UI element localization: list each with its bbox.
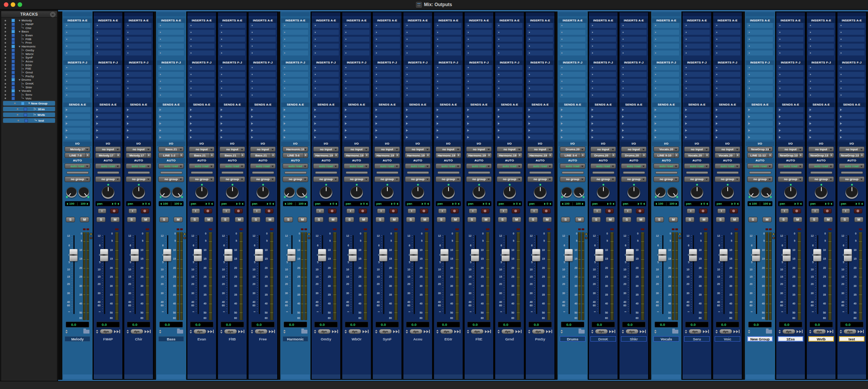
insert-slot[interactable] bbox=[497, 86, 522, 91]
output-path-icon[interactable]: + bbox=[364, 153, 369, 158]
input-selector[interactable]: no input bbox=[436, 146, 461, 152]
input-monitor-button[interactable]: I bbox=[222, 208, 231, 213]
clip-led[interactable] bbox=[672, 228, 675, 230]
input-selector[interactable]: no input bbox=[590, 146, 616, 152]
fader-cap[interactable] bbox=[595, 249, 603, 261]
insert-slot[interactable] bbox=[778, 72, 803, 77]
track-name[interactable]: EGtr bbox=[436, 336, 461, 342]
insert-slot[interactable] bbox=[219, 30, 245, 35]
group-id-bar[interactable] bbox=[128, 171, 150, 174]
track-list-row[interactable]: ▼Vocals bbox=[1, 89, 57, 93]
insert-slot[interactable] bbox=[653, 93, 679, 98]
send-slot[interactable] bbox=[436, 135, 461, 140]
insert-slot[interactable] bbox=[808, 37, 834, 42]
insert-slot[interactable] bbox=[621, 93, 647, 98]
insert-slot[interactable] bbox=[65, 50, 90, 55]
insert-slot[interactable] bbox=[560, 44, 585, 49]
send-slot[interactable] bbox=[405, 114, 431, 119]
fader-track[interactable] bbox=[506, 235, 507, 314]
output-selector[interactable]: Vocals.20+ bbox=[715, 153, 740, 158]
mute-button[interactable]: M bbox=[636, 217, 645, 222]
group-selector[interactable]: no group bbox=[778, 176, 803, 182]
track-list-row[interactable]: ▼New Group bbox=[3, 101, 55, 106]
plugin-chain-icon[interactable] bbox=[858, 330, 864, 333]
send-slot[interactable] bbox=[126, 121, 151, 126]
automation-mode-selector[interactable]: auto read bbox=[684, 163, 710, 169]
insert-slot[interactable] bbox=[313, 93, 339, 98]
insert-slot[interactable] bbox=[374, 86, 400, 91]
fader-cap[interactable] bbox=[163, 249, 171, 261]
solo-button[interactable]: S bbox=[655, 217, 664, 222]
clip-led[interactable] bbox=[333, 228, 336, 230]
clip-led[interactable] bbox=[86, 228, 89, 230]
record-enable-button[interactable] bbox=[450, 208, 459, 213]
mute-button[interactable]: M bbox=[762, 217, 772, 222]
insert-slot[interactable] bbox=[808, 86, 834, 91]
track-list-row[interactable]: ├▸Acou bbox=[1, 60, 57, 63]
group-id-bar[interactable] bbox=[191, 171, 213, 174]
fader-track[interactable] bbox=[353, 235, 354, 314]
pan-knob[interactable] bbox=[102, 186, 114, 199]
pan-knob[interactable] bbox=[442, 186, 455, 199]
insert-slot[interactable] bbox=[95, 86, 121, 91]
insert-slot[interactable] bbox=[527, 79, 553, 84]
insert-slot[interactable] bbox=[95, 44, 121, 49]
nudge-arrows-icon[interactable] bbox=[127, 330, 129, 334]
send-slot[interactable] bbox=[747, 114, 773, 119]
insert-slot[interactable] bbox=[621, 65, 647, 70]
dyn-button[interactable]: dyn bbox=[782, 329, 795, 334]
automation-mode-selector[interactable]: auto read bbox=[374, 163, 400, 169]
mute-button[interactable]: M bbox=[204, 217, 213, 222]
send-slot[interactable] bbox=[374, 107, 400, 112]
solo-button[interactable]: S bbox=[716, 217, 725, 222]
group-selector[interactable]: no group bbox=[374, 176, 400, 182]
insert-slot[interactable] bbox=[374, 93, 400, 98]
insert-slot[interactable] bbox=[839, 50, 865, 55]
insert-slot[interactable] bbox=[219, 72, 245, 77]
input-selector[interactable]: Bass.21 bbox=[158, 146, 184, 152]
track-list-name[interactable]: OmSy bbox=[25, 49, 34, 52]
group-selector[interactable]: no group bbox=[560, 176, 585, 182]
insert-slot[interactable] bbox=[189, 44, 215, 49]
track-name[interactable]: New Group bbox=[747, 336, 773, 342]
dyn-button[interactable]: dyn bbox=[595, 329, 608, 334]
nudge-arrows-icon[interactable] bbox=[436, 330, 439, 334]
track-name[interactable]: WbOr bbox=[344, 336, 369, 342]
insert-slot[interactable] bbox=[590, 79, 616, 84]
output-path-icon[interactable]: + bbox=[580, 153, 585, 158]
send-slot[interactable] bbox=[560, 128, 585, 133]
insert-slot[interactable] bbox=[560, 23, 585, 28]
insert-slot[interactable] bbox=[436, 23, 461, 28]
insert-slot[interactable] bbox=[560, 93, 585, 98]
record-enable-button[interactable] bbox=[512, 208, 520, 213]
solo-button[interactable]: S bbox=[96, 217, 106, 222]
insert-slot[interactable] bbox=[283, 79, 308, 84]
input-monitor-button[interactable]: I bbox=[253, 208, 261, 213]
insert-slot[interactable] bbox=[590, 72, 616, 77]
plugin-chain-icon[interactable] bbox=[827, 330, 833, 333]
send-slot[interactable] bbox=[621, 121, 647, 126]
solo-button[interactable]: S bbox=[840, 217, 849, 222]
pan-knob-left[interactable] bbox=[655, 187, 666, 198]
meter-option-box[interactable] bbox=[308, 233, 310, 235]
send-slot[interactable] bbox=[653, 121, 679, 126]
track-name[interactable]: SynF bbox=[374, 336, 400, 342]
input-monitor-button[interactable]: I bbox=[192, 208, 200, 213]
output-path-icon[interactable]: + bbox=[146, 153, 151, 158]
tracks-panel-menu-button[interactable] bbox=[50, 12, 55, 17]
send-slot[interactable] bbox=[250, 114, 276, 119]
insert-slot[interactable] bbox=[374, 30, 400, 35]
plugin-chain-icon[interactable] bbox=[485, 330, 491, 333]
solo-button[interactable]: S bbox=[748, 217, 757, 222]
insert-slot[interactable] bbox=[250, 23, 276, 28]
nudge-arrows-icon[interactable] bbox=[345, 330, 347, 334]
track-list-name[interactable]: Seru bbox=[25, 93, 32, 96]
send-slot[interactable] bbox=[560, 107, 585, 112]
fader-cap[interactable] bbox=[318, 249, 326, 261]
insert-slot[interactable] bbox=[747, 23, 773, 28]
input-selector[interactable]: no input bbox=[466, 146, 492, 152]
send-slot[interactable] bbox=[839, 107, 865, 112]
volume-display[interactable]: 0.0 bbox=[221, 322, 244, 327]
input-monitor-button[interactable]: I bbox=[316, 208, 324, 213]
send-slot[interactable] bbox=[466, 114, 492, 119]
